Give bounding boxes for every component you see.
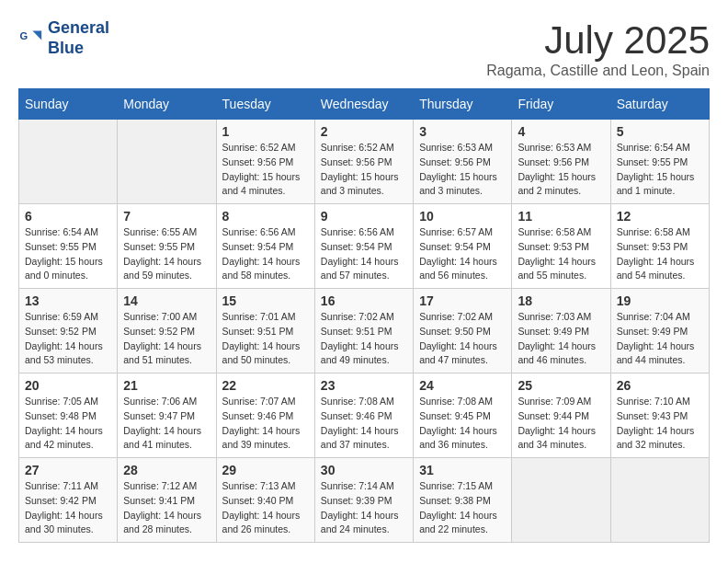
day-number: 13 <box>25 293 111 308</box>
day-info: Sunrise: 6:56 AMSunset: 9:54 PMDaylight:… <box>222 225 309 283</box>
day-cell-15: 15Sunrise: 7:01 AMSunset: 9:51 PMDayligh… <box>216 289 314 373</box>
day-info: Sunrise: 6:54 AMSunset: 9:55 PMDaylight:… <box>25 225 111 283</box>
day-cell-20: 20Sunrise: 7:05 AMSunset: 9:48 PMDayligh… <box>19 373 118 458</box>
day-info: Sunrise: 6:57 AMSunset: 9:54 PMDaylight:… <box>419 225 506 283</box>
day-cell-8: 8Sunrise: 6:56 AMSunset: 9:54 PMDaylight… <box>216 204 314 289</box>
day-number: 20 <box>25 378 111 393</box>
day-info: Sunrise: 6:55 AMSunset: 9:55 PMDaylight:… <box>123 225 210 283</box>
day-info: Sunrise: 7:02 AMSunset: 9:50 PMDaylight:… <box>419 310 506 368</box>
weekday-header-sunday: Sunday <box>19 89 118 120</box>
day-number: 25 <box>518 378 604 393</box>
page-header: G General Blue July 2025 Ragama, Castill… <box>18 18 710 79</box>
day-number: 2 <box>321 124 407 139</box>
day-cell-22: 22Sunrise: 7:07 AMSunset: 9:46 PMDayligh… <box>216 373 314 458</box>
day-info: Sunrise: 7:10 AMSunset: 9:43 PMDaylight:… <box>617 395 703 453</box>
day-number: 29 <box>222 463 309 477</box>
day-info: Sunrise: 6:53 AMSunset: 9:56 PMDaylight:… <box>518 141 604 199</box>
day-cell-30: 30Sunrise: 7:14 AMSunset: 9:39 PMDayligh… <box>314 458 413 543</box>
empty-cell <box>118 120 216 204</box>
day-number: 15 <box>222 293 309 308</box>
day-cell-28: 28Sunrise: 7:12 AMSunset: 9:41 PMDayligh… <box>118 458 216 543</box>
week-row-1: 1Sunrise: 6:52 AMSunset: 9:56 PMDaylight… <box>19 120 710 204</box>
day-number: 4 <box>518 124 604 139</box>
day-info: Sunrise: 7:06 AMSunset: 9:47 PMDaylight:… <box>123 395 210 453</box>
day-cell-4: 4Sunrise: 6:53 AMSunset: 9:56 PMDaylight… <box>512 120 610 204</box>
day-number: 27 <box>25 463 111 477</box>
day-cell-31: 31Sunrise: 7:15 AMSunset: 9:38 PMDayligh… <box>414 458 512 543</box>
day-info: Sunrise: 7:12 AMSunset: 9:41 PMDaylight:… <box>123 479 210 537</box>
day-cell-7: 7Sunrise: 6:55 AMSunset: 9:55 PMDaylight… <box>118 204 216 289</box>
weekday-header-thursday: Thursday <box>414 89 512 120</box>
day-info: Sunrise: 7:03 AMSunset: 9:49 PMDaylight:… <box>518 310 604 368</box>
day-number: 14 <box>123 293 210 308</box>
day-info: Sunrise: 7:00 AMSunset: 9:52 PMDaylight:… <box>123 310 210 368</box>
weekday-header-tuesday: Tuesday <box>216 89 314 120</box>
day-number: 21 <box>123 378 210 393</box>
day-number: 11 <box>518 209 604 224</box>
day-cell-17: 17Sunrise: 7:02 AMSunset: 9:50 PMDayligh… <box>414 289 512 373</box>
day-number: 10 <box>419 209 506 224</box>
day-number: 8 <box>222 209 309 224</box>
weekday-header-monday: Monday <box>118 89 216 120</box>
weekday-header-saturday: Saturday <box>610 89 709 120</box>
day-cell-12: 12Sunrise: 6:58 AMSunset: 9:53 PMDayligh… <box>610 204 709 289</box>
day-number: 26 <box>617 378 703 393</box>
day-info: Sunrise: 6:56 AMSunset: 9:54 PMDaylight:… <box>321 225 407 283</box>
day-info: Sunrise: 7:08 AMSunset: 9:45 PMDaylight:… <box>419 395 506 453</box>
week-row-5: 27Sunrise: 7:11 AMSunset: 9:42 PMDayligh… <box>19 458 710 543</box>
day-number: 22 <box>222 378 309 393</box>
day-cell-27: 27Sunrise: 7:11 AMSunset: 9:42 PMDayligh… <box>19 458 118 543</box>
day-cell-11: 11Sunrise: 6:58 AMSunset: 9:53 PMDayligh… <box>512 204 610 289</box>
day-number: 12 <box>617 209 703 224</box>
day-info: Sunrise: 7:01 AMSunset: 9:51 PMDaylight:… <box>222 310 309 368</box>
day-number: 24 <box>419 378 506 393</box>
empty-cell <box>610 458 709 543</box>
svg-marker-1 <box>32 30 41 40</box>
day-info: Sunrise: 7:11 AMSunset: 9:42 PMDaylight:… <box>25 479 111 537</box>
day-cell-26: 26Sunrise: 7:10 AMSunset: 9:43 PMDayligh… <box>610 373 709 458</box>
logo: G General Blue <box>18 18 109 58</box>
day-cell-2: 2Sunrise: 6:52 AMSunset: 9:56 PMDaylight… <box>314 120 413 204</box>
day-info: Sunrise: 7:09 AMSunset: 9:44 PMDaylight:… <box>518 395 604 453</box>
day-number: 23 <box>321 378 407 393</box>
day-number: 5 <box>617 124 703 139</box>
logo-text: General Blue <box>48 18 109 58</box>
day-cell-24: 24Sunrise: 7:08 AMSunset: 9:45 PMDayligh… <box>414 373 512 458</box>
day-cell-3: 3Sunrise: 6:53 AMSunset: 9:56 PMDaylight… <box>414 120 512 204</box>
day-info: Sunrise: 6:58 AMSunset: 9:53 PMDaylight:… <box>617 225 703 283</box>
day-cell-25: 25Sunrise: 7:09 AMSunset: 9:44 PMDayligh… <box>512 373 610 458</box>
svg-text:G: G <box>19 30 28 41</box>
empty-cell <box>19 120 118 204</box>
empty-cell <box>512 458 610 543</box>
day-cell-21: 21Sunrise: 7:06 AMSunset: 9:47 PMDayligh… <box>118 373 216 458</box>
day-info: Sunrise: 7:07 AMSunset: 9:46 PMDaylight:… <box>222 395 309 453</box>
day-cell-23: 23Sunrise: 7:08 AMSunset: 9:46 PMDayligh… <box>314 373 413 458</box>
day-cell-14: 14Sunrise: 7:00 AMSunset: 9:52 PMDayligh… <box>118 289 216 373</box>
day-number: 17 <box>419 293 506 308</box>
day-number: 16 <box>321 293 407 308</box>
weekday-header-friday: Friday <box>512 89 610 120</box>
day-cell-19: 19Sunrise: 7:04 AMSunset: 9:49 PMDayligh… <box>610 289 709 373</box>
day-info: Sunrise: 6:52 AMSunset: 9:56 PMDaylight:… <box>321 141 407 199</box>
day-info: Sunrise: 6:54 AMSunset: 9:55 PMDaylight:… <box>617 141 703 199</box>
day-cell-6: 6Sunrise: 6:54 AMSunset: 9:55 PMDaylight… <box>19 204 118 289</box>
day-cell-29: 29Sunrise: 7:13 AMSunset: 9:40 PMDayligh… <box>216 458 314 543</box>
day-cell-9: 9Sunrise: 6:56 AMSunset: 9:54 PMDaylight… <box>314 204 413 289</box>
day-cell-18: 18Sunrise: 7:03 AMSunset: 9:49 PMDayligh… <box>512 289 610 373</box>
day-number: 1 <box>222 124 309 139</box>
day-info: Sunrise: 6:59 AMSunset: 9:52 PMDaylight:… <box>25 310 111 368</box>
day-number: 28 <box>123 463 210 477</box>
day-info: Sunrise: 6:58 AMSunset: 9:53 PMDaylight:… <box>518 225 604 283</box>
day-number: 30 <box>321 463 407 477</box>
day-cell-10: 10Sunrise: 6:57 AMSunset: 9:54 PMDayligh… <box>414 204 512 289</box>
day-cell-1: 1Sunrise: 6:52 AMSunset: 9:56 PMDaylight… <box>216 120 314 204</box>
day-info: Sunrise: 7:05 AMSunset: 9:48 PMDaylight:… <box>25 395 111 453</box>
day-info: Sunrise: 6:52 AMSunset: 9:56 PMDaylight:… <box>222 141 309 199</box>
day-info: Sunrise: 7:04 AMSunset: 9:49 PMDaylight:… <box>617 310 703 368</box>
location-subtitle: Ragama, Castille and Leon, Spain <box>486 63 710 79</box>
weekday-header-row: SundayMondayTuesdayWednesdayThursdayFrid… <box>19 89 710 120</box>
week-row-4: 20Sunrise: 7:05 AMSunset: 9:48 PMDayligh… <box>19 373 710 458</box>
day-info: Sunrise: 7:14 AMSunset: 9:39 PMDaylight:… <box>321 479 407 537</box>
day-cell-13: 13Sunrise: 6:59 AMSunset: 9:52 PMDayligh… <box>19 289 118 373</box>
day-number: 31 <box>419 463 506 477</box>
